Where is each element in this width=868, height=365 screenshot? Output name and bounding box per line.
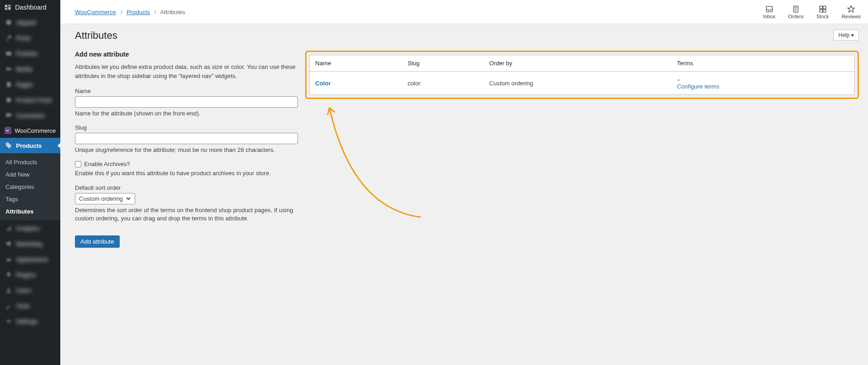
page-title: Attributes <box>75 30 117 42</box>
portfolio-icon <box>5 49 13 57</box>
slug-help: Unique slug/reference for the attribute;… <box>75 146 298 154</box>
topbar: WooCommerce / Products / Attributes Inbo… <box>60 0 868 24</box>
stock-label: Stock <box>816 14 829 19</box>
name-help: Name for the attribute (shown on the fro… <box>75 110 298 118</box>
sidebar-item-blurred[interactable]: Analytics <box>0 220 60 236</box>
name-label: Name <box>75 88 298 94</box>
stock-icon <box>818 5 827 14</box>
annotation-arrow <box>325 103 425 222</box>
add-attribute-form: Add new attribute Attributes let you def… <box>75 51 298 248</box>
sort-selected: Custom ordering <box>79 195 123 202</box>
pin-icon <box>5 34 13 42</box>
sidebar-item-blurred[interactable]: Comments <box>0 108 60 123</box>
th-name[interactable]: Name <box>310 55 402 72</box>
sidebar-item-blurred[interactable]: Marketing <box>0 236 60 251</box>
submenu-categories[interactable]: Categories <box>0 181 60 193</box>
inbox-icon <box>765 5 774 14</box>
feed-icon <box>5 96 13 104</box>
orders-label: Orders <box>788 14 804 19</box>
th-slug[interactable]: Slug <box>402 55 484 72</box>
sort-order-select[interactable]: Custom ordering <box>75 193 135 204</box>
svg-rect-7 <box>820 6 822 9</box>
sidebar-item-woocommerce[interactable]: WooCommerce <box>0 123 60 138</box>
sidebar-item-label: Dashboard <box>15 4 47 11</box>
breadcrumb-current: Attributes <box>160 9 185 16</box>
sidebar-item-label: Products <box>16 142 42 149</box>
attribute-name-link[interactable]: Color <box>315 80 331 87</box>
terms-dash: – <box>677 76 680 83</box>
sidebar-item-blurred[interactable]: Media <box>0 61 60 77</box>
pages-icon <box>5 80 13 89</box>
svg-rect-1 <box>6 52 11 56</box>
name-input[interactable] <box>75 96 298 108</box>
sidebar-item-blurred[interactable]: Product Feed <box>0 92 60 108</box>
media-icon <box>5 65 13 73</box>
tools-icon <box>5 302 13 310</box>
sidebar-item-blurred[interactable]: Appearance <box>0 251 60 267</box>
svg-point-4 <box>8 288 10 290</box>
sidebar-item-blurred[interactable]: Plugins <box>0 267 60 282</box>
star-icon <box>847 5 856 14</box>
svg-rect-3 <box>6 98 11 102</box>
products-icon <box>5 141 13 150</box>
inbox-label: Inbox <box>763 14 775 19</box>
form-heading: Add new attribute <box>75 51 298 58</box>
products-submenu: All Products Add New Categories Tags Att… <box>0 153 60 220</box>
sidebar-item-blurred[interactable]: Posts <box>0 30 60 46</box>
archives-help: Enable this if you want this attribute t… <box>75 169 298 177</box>
chevron-down-icon: ▾ <box>851 32 854 38</box>
sidebar-item-blurred[interactable]: Users <box>0 282 60 298</box>
sidebar-item-blurred[interactable]: Settings <box>0 313 60 329</box>
svg-rect-8 <box>823 6 826 9</box>
archives-checkbox[interactable] <box>75 161 81 167</box>
breadcrumb-products[interactable]: Products <box>127 9 150 16</box>
sidebar-item-dashboard[interactable]: Dashboard <box>0 0 60 15</box>
submenu-add-new[interactable]: Add New <box>0 168 60 181</box>
plugins-icon <box>5 271 13 279</box>
svg-rect-5 <box>766 6 772 12</box>
woocommerce-icon <box>5 127 11 134</box>
orders-icon <box>791 5 800 14</box>
generic-icon <box>5 18 13 26</box>
analytics-icon <box>5 224 13 232</box>
users-icon <box>5 286 13 294</box>
sort-label: Default sort order <box>75 184 298 191</box>
table-row: Color color Custom ordering – Configure … <box>310 72 855 95</box>
th-order-by[interactable]: Order by <box>484 55 672 72</box>
attribute-order-by: Custom ordering <box>484 72 672 95</box>
submenu-attributes[interactable]: Attributes <box>0 205 60 218</box>
breadcrumb: WooCommerce / Products / Attributes <box>75 9 185 16</box>
stock-button[interactable]: Stock <box>816 5 829 19</box>
attributes-table-highlight: Name Slug Order by Terms Color color <box>305 51 859 99</box>
configure-terms-link[interactable]: Configure terms <box>677 83 719 90</box>
sidebar-item-products[interactable]: Products <box>0 138 60 153</box>
attribute-slug: color <box>402 72 484 95</box>
th-terms[interactable]: Terms <box>672 55 855 72</box>
form-intro: Attributes let you define extra product … <box>75 63 298 80</box>
breadcrumb-woocommerce[interactable]: WooCommerce <box>75 9 116 16</box>
sidebar-item-blurred[interactable]: Tools <box>0 298 60 313</box>
comments-icon <box>5 111 13 120</box>
help-button[interactable]: Help ▾ <box>833 30 859 41</box>
svg-rect-9 <box>820 10 822 12</box>
slug-label: Slug <box>75 124 298 131</box>
reviews-button[interactable]: Reviews <box>842 5 861 19</box>
sidebar-item-blurred[interactable]: Pages <box>0 77 60 92</box>
marketing-icon <box>5 240 13 248</box>
sidebar-item-label: WooCommerce <box>15 127 56 134</box>
svg-point-0 <box>6 20 11 25</box>
inbox-button[interactable]: Inbox <box>763 5 775 19</box>
add-attribute-button[interactable]: Add attribute <box>75 235 120 248</box>
svg-rect-10 <box>823 10 826 12</box>
slug-input[interactable] <box>75 133 298 144</box>
archives-label: Enable Archives? <box>84 161 130 167</box>
submenu-tags[interactable]: Tags <box>0 193 60 205</box>
topbar-right: Inbox Orders Stock Reviews <box>763 5 861 19</box>
dashboard-icon <box>4 3 12 11</box>
orders-button[interactable]: Orders <box>788 5 804 19</box>
sidebar-item-blurred[interactable]: Portfolio <box>0 46 60 61</box>
reviews-label: Reviews <box>842 14 861 19</box>
sort-help: Determines the sort order of the terms o… <box>75 206 298 223</box>
sidebar-item-blurred[interactable]: Jetpack <box>0 15 60 30</box>
submenu-all-products[interactable]: All Products <box>0 156 60 168</box>
